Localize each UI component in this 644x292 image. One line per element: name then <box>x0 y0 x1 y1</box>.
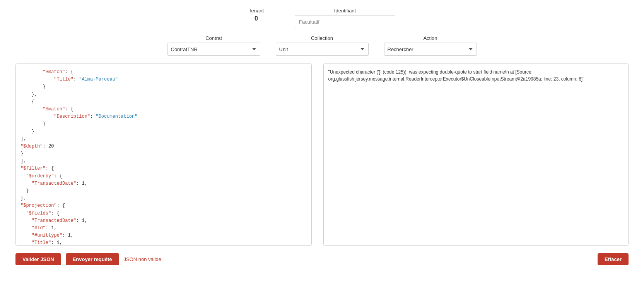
identifiant-group: Identifiant <box>295 8 395 28</box>
error-message: "Unexpected character ('}' (code 125)): … <box>328 69 584 82</box>
collection-label: Collection <box>311 35 333 41</box>
main-content: "$match": { "Title": "Alma-Marceau" } },… <box>15 64 629 246</box>
dropdowns-row: Contrat ContratTNR Collection Unit Actio… <box>167 35 477 56</box>
tenant-id-row: Tenant 0 Identifiant <box>249 8 395 28</box>
result-panel: "Unexpected character ('}' (code 125)): … <box>323 64 629 246</box>
page-container: Tenant 0 Identifiant Contrat ContratTNR … <box>0 0 644 292</box>
contrat-select[interactable]: ContratTNR <box>167 43 260 56</box>
json-invalid-label: JSON non valide <box>124 256 162 262</box>
action-label: Action <box>423 35 437 41</box>
right-buttons: Effacer <box>598 253 629 265</box>
contrat-label: Contrat <box>205 35 222 41</box>
action-select[interactable]: Rechercher <box>384 43 477 56</box>
editor-panel: "$match": { "Title": "Alma-Marceau" } },… <box>15 64 312 246</box>
tenant-value: 0 <box>255 15 258 22</box>
bottom-bar: Valider JSON Envoyer requête JSON non va… <box>15 253 629 265</box>
contrat-group: Contrat ContratTNR <box>167 35 260 56</box>
action-group: Action Rechercher <box>384 35 477 56</box>
collection-select[interactable]: Unit <box>276 43 369 56</box>
left-buttons: Valider JSON Envoyer requête JSON non va… <box>15 253 161 265</box>
tenant-label: Tenant <box>249 8 264 14</box>
code-editor[interactable]: "$match": { "Title": "Alma-Marceau" } },… <box>16 64 311 245</box>
valider-json-button[interactable]: Valider JSON <box>15 253 61 265</box>
identifiant-label: Identifiant <box>334 8 356 14</box>
identifiant-input[interactable] <box>295 15 395 28</box>
tenant-group: Tenant 0 <box>249 8 264 22</box>
effacer-button[interactable]: Effacer <box>598 253 629 265</box>
top-controls: Tenant 0 Identifiant Contrat ContratTNR … <box>15 8 629 56</box>
collection-group: Collection Unit <box>276 35 369 56</box>
envoyer-requete-button[interactable]: Envoyer requête <box>66 253 119 265</box>
